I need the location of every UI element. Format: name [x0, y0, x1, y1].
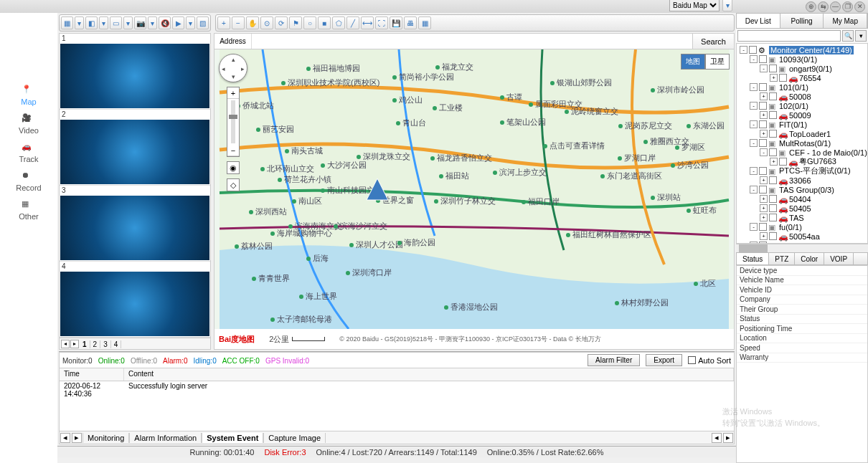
- event-row[interactable]: 2020-06-12 14:40:36 Successfully login s…: [60, 381, 734, 393]
- checkbox[interactable]: [769, 204, 777, 212]
- video-screen[interactable]: [60, 196, 209, 260]
- window-control-icon[interactable]: ⊕: [806, 1, 816, 12]
- next-icon[interactable]: ▸: [723, 433, 733, 443]
- expand-icon[interactable]: -: [760, 65, 768, 72]
- checkbox[interactable]: [779, 74, 787, 82]
- device-tree[interactable]: -⚙Monitor Center(4/1149)-▣10093(0/1)-▣on…: [736, 43, 868, 244]
- video-panel[interactable]: 2: [60, 110, 210, 186]
- tree-node[interactable]: +🚗50009: [737, 110, 867, 120]
- search-button[interactable]: Search: [692, 34, 734, 49]
- address-input[interactable]: [252, 34, 692, 49]
- window-control-icon[interactable]: ⇆: [818, 1, 829, 12]
- expand-icon[interactable]: -: [750, 139, 758, 147]
- checkbox[interactable]: [769, 232, 777, 240]
- checkbox[interactable]: [779, 158, 787, 166]
- export-button[interactable]: Export: [646, 354, 682, 366]
- tree-node[interactable]: -▣ongart9(0/1): [737, 64, 867, 73]
- plus-icon[interactable]: +: [217, 16, 230, 29]
- expand-icon[interactable]: -: [750, 120, 758, 128]
- auto-sort-checkbox[interactable]: Auto Sort: [688, 356, 731, 365]
- flag-icon[interactable]: ⚑: [289, 16, 302, 29]
- tree-node[interactable]: -▣10093(0/1): [737, 54, 867, 64]
- expand-icon[interactable]: +: [770, 74, 778, 82]
- checkbox[interactable]: [759, 139, 767, 147]
- checkbox[interactable]: [769, 195, 777, 203]
- nav-track[interactable]: 🚗Track: [19, 142, 38, 163]
- map-tool-icon[interactable]: ◉: [227, 161, 240, 174]
- checkbox[interactable]: [759, 120, 767, 128]
- expand-icon[interactable]: -: [750, 223, 758, 231]
- tree-node[interactable]: -⚙Monitor Center(4/1149): [737, 45, 867, 54]
- tree-search-input[interactable]: [737, 30, 841, 42]
- zoom-out-icon[interactable]: −: [227, 145, 239, 156]
- prev-icon[interactable]: ◂: [60, 433, 70, 443]
- tree-node[interactable]: -▣101(0/1): [737, 82, 867, 92]
- video-tab[interactable]: 4: [111, 340, 122, 348]
- detail-tab-voip[interactable]: VOIP: [824, 253, 854, 264]
- expand-icon[interactable]: +: [760, 204, 768, 212]
- detail-tab-status[interactable]: Status: [737, 253, 769, 264]
- detail-tab-color[interactable]: Color: [795, 253, 824, 264]
- hand-icon[interactable]: ✋: [246, 16, 259, 29]
- expand-icon[interactable]: +: [760, 111, 768, 119]
- video-screen[interactable]: [60, 44, 209, 108]
- checkbox[interactable]: [769, 130, 777, 138]
- detail-tab-ptz[interactable]: PTZ: [769, 253, 795, 264]
- tree-node[interactable]: +🚗50008: [737, 92, 867, 101]
- ruler-icon[interactable]: ⟷: [361, 16, 374, 29]
- tree-node[interactable]: +🚗50405: [737, 204, 867, 213]
- alarm-filter-button[interactable]: Alarm Filter: [588, 354, 640, 366]
- map-type-satellite[interactable]: 卫星: [705, 54, 730, 70]
- video-tool-icon[interactable]: ▭: [110, 16, 122, 29]
- checkbox[interactable]: [769, 148, 777, 156]
- checkbox[interactable]: [759, 223, 767, 231]
- bottom-tab-capture-image[interactable]: Capture Image: [263, 433, 326, 443]
- expand-icon[interactable]: +: [760, 195, 768, 203]
- expand-icon[interactable]: -: [750, 102, 758, 110]
- checkbox[interactable]: [749, 46, 757, 54]
- video-panel[interactable]: 3: [60, 186, 210, 262]
- expand-icon[interactable]: -: [750, 167, 758, 175]
- line-icon[interactable]: ╱: [346, 16, 359, 29]
- map-tool-icon[interactable]: ◇: [227, 178, 240, 191]
- tree-node[interactable]: +🚗50404: [737, 194, 867, 204]
- save-icon[interactable]: 💾: [390, 16, 402, 29]
- fullscreen-icon[interactable]: ⛶: [375, 16, 388, 29]
- pan-control[interactable]: ▴▾ ◂▸: [219, 54, 247, 82]
- expand-icon[interactable]: +: [760, 176, 768, 184]
- video-tool-icon[interactable]: ▧: [197, 16, 209, 29]
- nav-map[interactable]: 📍Map: [21, 85, 36, 106]
- prev-icon[interactable]: ◂: [61, 340, 70, 348]
- nav-record[interactable]: ⏺Record: [16, 171, 41, 192]
- nav-other[interactable]: ▦Other: [19, 199, 39, 221]
- bottom-tab-alarm-information[interactable]: Alarm Information: [129, 433, 202, 443]
- video-tool-icon[interactable]: ▦: [61, 16, 73, 29]
- map-provider-select[interactable]: Baidu Map: [669, 0, 720, 11]
- next-icon[interactable]: ▸: [72, 433, 82, 443]
- expand-icon[interactable]: -: [750, 55, 758, 63]
- stop-icon[interactable]: ■: [318, 16, 331, 29]
- minus-icon[interactable]: −: [232, 16, 245, 29]
- checkbox[interactable]: [769, 176, 777, 184]
- expand-icon[interactable]: +: [760, 214, 768, 221]
- tree-node[interactable]: -▣PTCS-平台测试(0/1): [737, 166, 867, 176]
- checkbox[interactable]: [759, 102, 767, 110]
- expand-icon[interactable]: -: [740, 46, 747, 54]
- mute-icon[interactable]: 🔇: [159, 16, 171, 29]
- camera-icon[interactable]: 📷: [134, 16, 146, 29]
- checkbox[interactable]: [769, 65, 777, 72]
- window-control-icon[interactable]: ✕: [854, 1, 865, 12]
- expand-icon[interactable]: -: [750, 186, 758, 194]
- right-tab-dev-list[interactable]: Dev List: [737, 14, 780, 28]
- prev-icon[interactable]: ◂: [712, 433, 722, 443]
- video-tab[interactable]: 2: [90, 340, 101, 348]
- tree-node[interactable]: +🚗33066: [737, 176, 867, 185]
- checkbox[interactable]: [759, 83, 767, 91]
- video-tool-icon[interactable]: ◧: [85, 16, 98, 29]
- video-panel[interactable]: 1: [60, 34, 210, 110]
- bottom-tab-monitoring[interactable]: Monitoring: [82, 433, 129, 443]
- nav-video[interactable]: 🎥Video: [19, 113, 39, 135]
- circle-icon[interactable]: ○: [303, 16, 316, 29]
- tree-node[interactable]: -▣FIT(0/1): [737, 120, 867, 129]
- next-icon[interactable]: ▸: [70, 340, 79, 348]
